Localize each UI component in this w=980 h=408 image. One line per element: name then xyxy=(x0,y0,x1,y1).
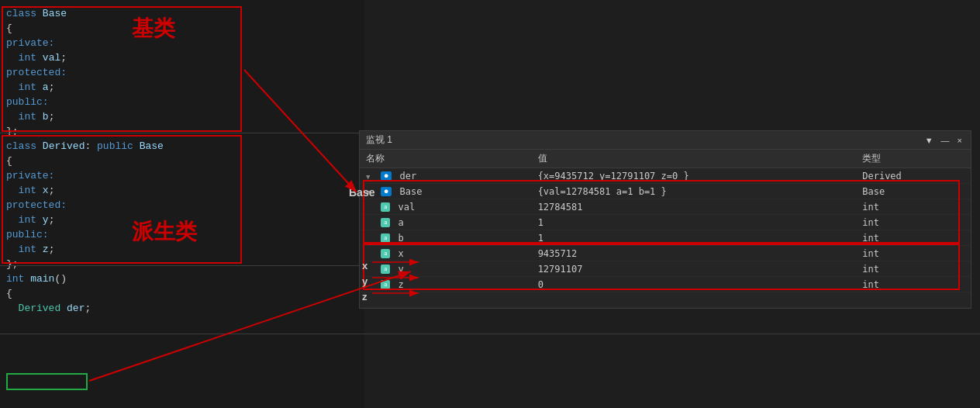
watch-title: 监视 1 xyxy=(366,133,392,147)
var-icon-base: ● xyxy=(381,187,392,196)
cell-name-b: a b xyxy=(360,230,532,246)
var-icon-b: a xyxy=(381,233,390,243)
cell-val-val: 12784581 xyxy=(532,199,857,215)
watch-input-row[interactable] xyxy=(360,292,971,308)
label-base: 基类 xyxy=(132,14,175,43)
code-line-19: int main() xyxy=(0,271,364,286)
watch-minimize-button[interactable]: — xyxy=(939,136,952,145)
col-header-value: 值 xyxy=(532,150,857,168)
table-row: a y 12791107 int xyxy=(360,261,971,277)
watch-titlebar: 监视 1 ▼ — × xyxy=(360,131,971,150)
code-line-3: private: xyxy=(0,36,364,50)
watch-pin-button[interactable]: ▼ xyxy=(923,136,936,145)
var-label-z: z xyxy=(362,291,368,303)
watch-table-header: 名称 值 类型 xyxy=(360,150,971,168)
code-line-6: int a; xyxy=(0,80,364,95)
table-row: ▼ ● der {x=9435712 y=12791107 z=0 } Deri… xyxy=(360,168,971,184)
table-row: a b 1 int xyxy=(360,230,971,246)
expand-icon-der[interactable]: ▼ xyxy=(366,173,375,181)
table-row: ▼ ● Base {val=12784581 a=1 b=1 } Base xyxy=(360,184,971,199)
cell-name-z: a z xyxy=(360,277,532,292)
cell-type-z: int xyxy=(856,277,971,292)
code-line-4: int val; xyxy=(0,50,364,65)
code-line-1: class Base xyxy=(0,6,364,21)
cell-name-y: a y xyxy=(360,261,532,277)
label-derived: 派生类 xyxy=(132,217,197,247)
cell-type-b: int xyxy=(856,230,971,246)
cell-type-der: Derived xyxy=(856,168,971,184)
divider-after-derived xyxy=(0,265,364,266)
code-line-10: class Derived: public Base xyxy=(0,139,364,154)
var-icon-a: a xyxy=(381,218,390,227)
table-row: a a 1 int xyxy=(360,215,971,230)
divider-between-classes xyxy=(0,133,364,133)
cell-val-der: {x=9435712 y=12791107 z=0 } xyxy=(532,168,857,184)
cell-type-val: int xyxy=(856,199,971,215)
var-icon-x: a xyxy=(381,249,390,258)
watch-content: 名称 值 类型 ▼ ● der {x=9435712 y=12791107 z=… xyxy=(360,150,971,308)
cell-val-base: {val=12784581 a=1 b=1 } xyxy=(532,184,857,199)
col-header-name: 名称 xyxy=(360,150,532,168)
code-line-9: }; xyxy=(0,124,364,139)
var-label-x: x xyxy=(362,260,368,271)
watch-window: 监视 1 ▼ — × 名称 值 类型 ▼ ● der xyxy=(359,130,971,309)
cell-name-der: ▼ ● der xyxy=(360,168,532,184)
cell-val-x: 9435712 xyxy=(532,246,857,261)
cell-val-b: 1 xyxy=(532,230,857,246)
code-line-12: private: xyxy=(0,168,364,183)
cell-val-z: 0 xyxy=(532,277,857,292)
code-line-18: }; xyxy=(0,257,364,271)
cell-type-base: Base xyxy=(856,184,971,199)
code-editor: class Base { private: int val; protected… xyxy=(0,0,364,408)
cell-type-a: int xyxy=(856,215,971,230)
cell-name-val: a val xyxy=(360,199,532,215)
cell-name-x: a x xyxy=(360,246,532,261)
table-row: a val 12784581 int xyxy=(360,199,971,215)
var-label-y: y xyxy=(362,275,368,287)
code-line-2: { xyxy=(0,21,364,36)
cell-name-base: ▼ ● Base xyxy=(360,184,532,199)
code-line-11: { xyxy=(0,154,364,168)
arrow-label-base: Base xyxy=(349,186,374,199)
code-line-21: Derived der; xyxy=(0,301,364,316)
col-header-type: 类型 xyxy=(856,150,971,168)
code-line-5: protected: xyxy=(0,65,364,80)
code-line-20: { xyxy=(0,286,364,301)
watch-input-cell[interactable] xyxy=(360,292,971,308)
code-line-8: int b; xyxy=(0,109,364,124)
watch-expression-input[interactable] xyxy=(366,295,964,306)
bottom-divider xyxy=(0,334,980,334)
watch-controls: ▼ — × xyxy=(923,136,964,145)
cell-val-a: 1 xyxy=(532,215,857,230)
cell-name-a: a a xyxy=(360,215,532,230)
watch-close-button[interactable]: × xyxy=(955,136,964,145)
table-row: a z 0 int xyxy=(360,277,971,292)
cell-type-x: int xyxy=(856,246,971,261)
var-icon-der: ● xyxy=(381,171,392,181)
code-line-13: int x; xyxy=(0,183,364,198)
cell-type-y: int xyxy=(856,261,971,277)
watch-table: 名称 值 类型 ▼ ● der {x=9435712 y=12791107 z=… xyxy=(360,150,971,308)
var-icon-y: a xyxy=(381,265,390,274)
var-icon-val: a xyxy=(381,202,390,212)
code-line-7: public: xyxy=(0,95,364,109)
cell-val-y: 12791107 xyxy=(532,261,857,277)
var-icon-z: a xyxy=(381,280,390,289)
table-row: a x 9435712 int xyxy=(360,246,971,261)
code-line-14: protected: xyxy=(0,198,364,213)
